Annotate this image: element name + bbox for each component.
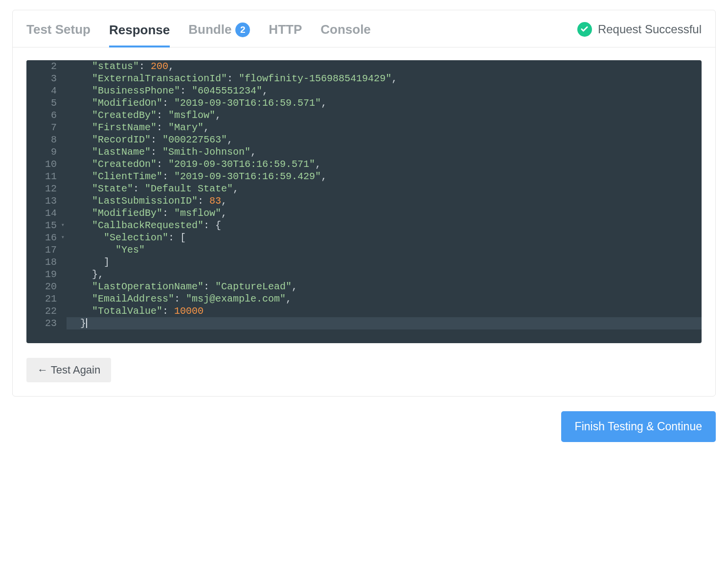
tab-response[interactable]: Response <box>109 18 170 47</box>
gutter-line: 2 <box>26 60 65 72</box>
gutter-line: 5 <box>26 97 65 109</box>
code-line: "CreatedOn": "2019-09-30T16:16:59.571", <box>68 158 697 170</box>
fold-caret-icon[interactable]: ▾ <box>59 234 65 241</box>
test-panel: Test Setup Response Bundle 2 HTTP Consol… <box>12 10 716 397</box>
gutter-line: 6 <box>26 109 65 121</box>
code-line: "status": 200, <box>68 60 697 72</box>
gutter-line: 20 <box>26 280 65 293</box>
tab-bundle[interactable]: Bundle 2 <box>188 17 250 47</box>
code-line: "EmailAddress": "msj@example.com", <box>68 293 697 305</box>
gutter-line: 15▾ <box>26 219 65 232</box>
gutter-line: 22 <box>26 305 65 317</box>
code-line: "State": "Default State", <box>68 183 697 195</box>
code-gutter: 23456789101112131415▾16▾17181920212223 <box>26 60 68 329</box>
code-line: "CreatedBy": "msflow", <box>68 109 697 121</box>
fold-caret-icon[interactable]: ▾ <box>59 222 65 229</box>
request-status: Request Successful <box>577 22 702 43</box>
gutter-line: 18 <box>26 256 65 268</box>
gutter-line: 17 <box>26 244 65 256</box>
gutter-line: 11 <box>26 170 65 183</box>
code-line: "BusinessPhone": "6045551234", <box>68 85 697 97</box>
code-line: ] <box>68 256 697 268</box>
code-line: "LastName": "Smith-Johnson", <box>68 146 697 158</box>
code-line: "RecordID": "000227563", <box>68 134 697 146</box>
gutter-line: 16▾ <box>26 232 65 244</box>
bundle-count-badge: 2 <box>235 23 250 37</box>
tab-console[interactable]: Console <box>320 17 371 47</box>
code-block: 23456789101112131415▾16▾17181920212223 "… <box>26 60 702 343</box>
gutter-line: 14 <box>26 207 65 219</box>
gutter-line: 21 <box>26 293 65 305</box>
bottom-actions: Finish Testing & Continue <box>12 411 716 442</box>
gutter-line: 13 <box>26 195 65 207</box>
gutter-line: 7 <box>26 121 65 134</box>
gutter-line: 19 <box>26 268 65 280</box>
gutter-line: 12 <box>26 183 65 195</box>
code-line: "CallbackRequested": { <box>68 219 697 232</box>
tab-http[interactable]: HTTP <box>269 17 302 47</box>
gutter-line: 4 <box>26 85 65 97</box>
tab-test-setup[interactable]: Test Setup <box>26 17 91 47</box>
check-circle-icon <box>577 22 592 37</box>
code-line: } <box>67 317 702 329</box>
panel-footer: ← Test Again <box>13 343 715 396</box>
code-line: "ExternalTransactionId": "flowfinity-156… <box>68 72 697 85</box>
code-line: }, <box>68 268 697 280</box>
code-lines: "status": 200, "ExternalTransactionId": … <box>68 60 702 329</box>
gutter-line: 10 <box>26 158 65 170</box>
gutter-line: 3 <box>26 72 65 85</box>
code-line: "LastOperationName": "CaptureLead", <box>68 280 697 293</box>
code-line: "FirstName": "Mary", <box>68 121 697 134</box>
code-line: "Yes" <box>68 244 697 256</box>
code-line: "ModifiedOn": "2019-09-30T16:16:59.571", <box>68 97 697 109</box>
finish-testing-button[interactable]: Finish Testing & Continue <box>561 411 716 442</box>
text-cursor <box>86 318 87 328</box>
gutter-line: 9 <box>26 146 65 158</box>
code-line: "ClientTime": "2019-09-30T16:16:59.429", <box>68 170 697 183</box>
tab-bar: Test Setup Response Bundle 2 HTTP Consol… <box>13 10 715 47</box>
gutter-line: 23 <box>26 317 65 329</box>
test-again-button[interactable]: ← Test Again <box>26 358 111 382</box>
tab-bundle-label: Bundle <box>188 22 231 37</box>
code-line: "Selection": [ <box>68 232 697 244</box>
code-editor[interactable]: 23456789101112131415▾16▾17181920212223 "… <box>26 60 702 343</box>
code-line: "ModifiedBy": "msflow", <box>68 207 697 219</box>
code-line: "LastSubmissionID": 83, <box>68 195 697 207</box>
gutter-line: 8 <box>26 134 65 146</box>
request-status-text: Request Successful <box>598 23 702 36</box>
code-line: "TotalValue": 10000 <box>68 305 697 317</box>
